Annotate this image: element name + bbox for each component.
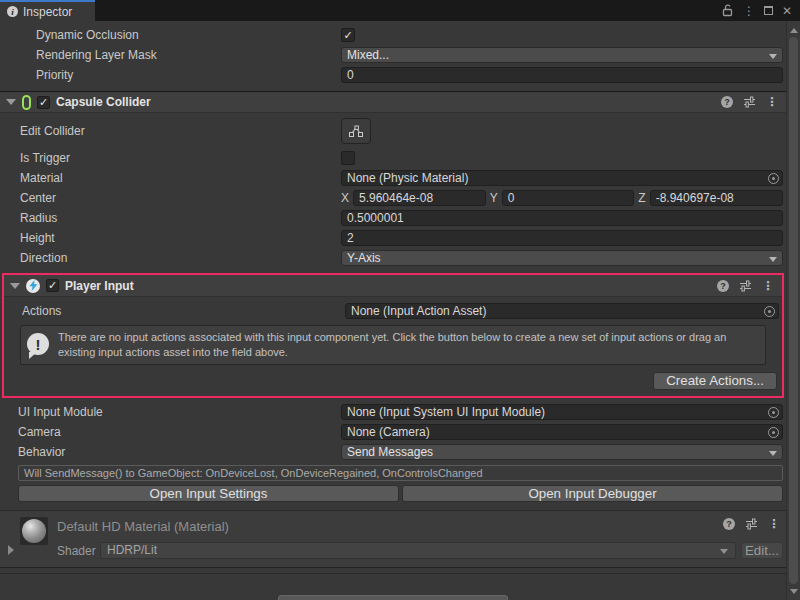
- window-controls: ⋮ ✕: [722, 0, 800, 21]
- row-camera: Camera None (Camera): [0, 422, 786, 442]
- chevron-down-icon: [769, 257, 777, 262]
- dynamic-occlusion-label: Dynamic Occlusion: [36, 28, 341, 42]
- object-picker-icon[interactable]: [768, 427, 779, 438]
- ui-input-module-object-field[interactable]: None (Input System UI Input Module): [341, 404, 783, 420]
- capsule-collider-enabled-checkbox[interactable]: ✓: [37, 96, 50, 109]
- priority-field[interactable]: 0: [341, 67, 783, 83]
- add-component-button[interactable]: Add Component: [278, 595, 508, 600]
- scroll-up-icon[interactable]: [787, 23, 800, 37]
- camera-object-field[interactable]: None (Camera): [341, 424, 783, 440]
- edit-collider-label: Edit Collider: [20, 124, 341, 138]
- scrollbar-thumb[interactable]: [789, 37, 798, 584]
- material-preview-thumbnail[interactable]: [20, 517, 48, 545]
- warning-icon: !: [27, 333, 50, 356]
- tab-inspector-label: Inspector: [23, 5, 72, 19]
- capsule-collider-title: Capsule Collider: [56, 95, 151, 109]
- send-message-info: Will SendMessage() to GameObject: OnDevi…: [18, 465, 783, 481]
- shader-label: Shader: [57, 544, 96, 558]
- actions-label: Actions: [22, 304, 345, 318]
- inspector-info-icon: i: [7, 6, 18, 17]
- height-label: Height: [20, 231, 341, 245]
- row-dynamic-occlusion: Dynamic Occlusion ✓: [0, 25, 786, 45]
- tab-inspector[interactable]: i Inspector: [0, 0, 95, 21]
- presets-icon[interactable]: [743, 96, 756, 108]
- behavior-dropdown[interactable]: Send Messages: [341, 444, 783, 460]
- direction-label: Direction: [20, 251, 341, 265]
- actions-object-field[interactable]: None (Input Action Asset): [345, 303, 779, 319]
- direction-dropdown[interactable]: Y-Axis: [341, 250, 783, 266]
- row-height: Height 2: [0, 228, 786, 248]
- open-input-settings-button[interactable]: Open Input Settings: [18, 485, 399, 502]
- player-input-title: Player Input: [65, 279, 134, 293]
- material-sphere-preview: [22, 519, 46, 543]
- height-field[interactable]: 2: [341, 230, 783, 246]
- chevron-down-icon: [720, 549, 728, 554]
- center-label: Center: [20, 191, 341, 205]
- edit-collider-icon: [348, 125, 364, 138]
- object-picker-icon[interactable]: [768, 407, 779, 418]
- row-behavior: Behavior Send Messages: [0, 442, 786, 462]
- player-input-enabled-checkbox[interactable]: ✓: [46, 279, 59, 292]
- rendering-layer-mask-dropdown[interactable]: Mixed...: [341, 47, 783, 63]
- shader-edit-button[interactable]: Edit...: [741, 542, 783, 559]
- window-menu-icon[interactable]: ⋮: [743, 5, 755, 17]
- presets-icon[interactable]: [745, 518, 758, 530]
- object-picker-icon[interactable]: [768, 173, 779, 184]
- presets-icon[interactable]: [739, 280, 752, 292]
- no-actions-warning-text: There are no input actions associated wi…: [58, 330, 757, 360]
- center-x-field[interactable]: 5.960464e-08: [353, 190, 486, 206]
- maximize-icon[interactable]: [764, 6, 773, 15]
- material-label: Material: [20, 171, 341, 185]
- axis-z-label: Z: [638, 191, 645, 205]
- titlebar: i Inspector ⋮ ✕: [0, 0, 800, 21]
- kebab-menu-icon[interactable]: ⋮: [768, 518, 780, 530]
- is-trigger-checkbox[interactable]: [341, 151, 355, 165]
- row-is-trigger: Is Trigger: [0, 148, 786, 168]
- lock-icon[interactable]: [722, 4, 734, 17]
- camera-label: Camera: [18, 425, 341, 439]
- foldout-icon[interactable]: [10, 283, 20, 289]
- dynamic-occlusion-checkbox[interactable]: ✓: [341, 28, 355, 42]
- scroll-down-icon[interactable]: [787, 584, 800, 598]
- edit-collider-button[interactable]: [341, 118, 371, 144]
- row-center: Center X5.960464e-08 Y0 Z-8.940697e-08: [0, 188, 786, 208]
- row-direction: Direction Y-Axis: [0, 248, 786, 268]
- inspector-content: Dynamic Occlusion ✓ Rendering Layer Mask…: [0, 21, 786, 600]
- close-icon[interactable]: ✕: [782, 5, 792, 17]
- foldout-icon[interactable]: [6, 99, 16, 105]
- capsule-collider-icon: [22, 95, 31, 110]
- player-input-header[interactable]: ✓ Player Input ? ⋮: [4, 275, 782, 297]
- inspector-window: i Inspector ⋮ ✕ Dynamic Occlusion ✓ Rend…: [0, 0, 800, 600]
- help-icon[interactable]: ?: [717, 280, 729, 292]
- open-input-debugger-button[interactable]: Open Input Debugger: [402, 485, 783, 502]
- center-y-field[interactable]: 0: [502, 190, 635, 206]
- divider: [0, 573, 786, 574]
- no-actions-warning-box: ! There are no input actions associated …: [20, 325, 766, 365]
- chevron-down-icon: [769, 451, 777, 456]
- row-actions: Actions None (Input Action Asset): [4, 301, 782, 321]
- axis-x-label: X: [341, 191, 349, 205]
- create-actions-button[interactable]: Create Actions...: [653, 372, 777, 390]
- row-rendering-layer-mask: Rendering Layer Mask Mixed...: [0, 45, 786, 65]
- priority-label: Priority: [36, 68, 341, 82]
- material-title: Default HD Material (Material): [57, 519, 229, 534]
- center-z-field[interactable]: -8.940697e-08: [650, 190, 783, 206]
- ui-input-module-label: UI Input Module: [18, 405, 341, 419]
- row-priority: Priority 0: [0, 65, 786, 85]
- material-foldout-icon[interactable]: [8, 545, 14, 555]
- vertical-scrollbar[interactable]: [786, 21, 800, 600]
- material-object-field[interactable]: None (Physic Material): [341, 170, 783, 186]
- axis-y-label: Y: [490, 191, 498, 205]
- help-icon[interactable]: ?: [721, 96, 733, 108]
- row-material: Material None (Physic Material): [0, 168, 786, 188]
- object-picker-icon[interactable]: [764, 306, 775, 317]
- shader-dropdown[interactable]: HDRP/Lit: [100, 542, 736, 559]
- radius-field[interactable]: 0.5000001: [341, 210, 783, 226]
- kebab-menu-icon[interactable]: ⋮: [766, 96, 778, 108]
- player-input-icon: [26, 279, 40, 293]
- kebab-menu-icon[interactable]: ⋮: [762, 280, 774, 292]
- chevron-down-icon: [769, 54, 777, 59]
- capsule-collider-header[interactable]: ✓ Capsule Collider ? ⋮: [0, 91, 786, 113]
- help-icon[interactable]: ?: [723, 518, 735, 530]
- row-ui-input-module: UI Input Module None (Input System UI In…: [0, 402, 786, 422]
